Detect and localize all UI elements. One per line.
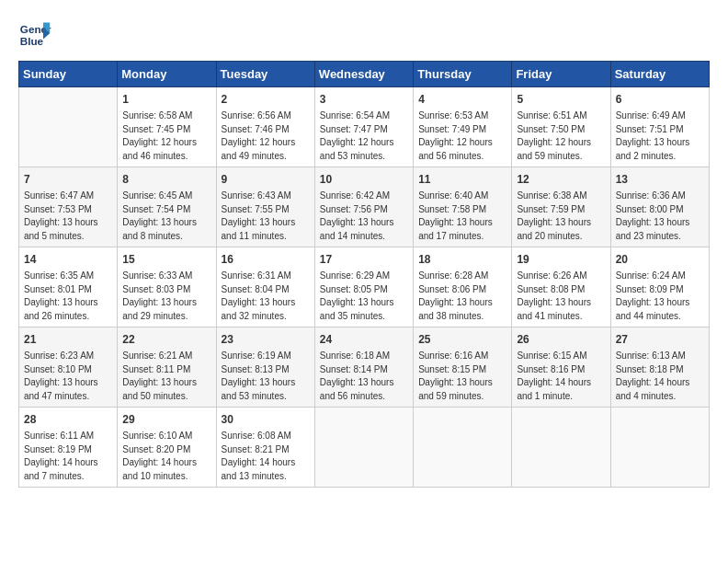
day-info: Sunrise: 6:36 AMSunset: 8:00 PMDaylight:…	[616, 190, 704, 243]
day-info: Sunrise: 6:21 AMSunset: 8:11 PMDaylight:…	[122, 350, 210, 403]
calendar-cell	[414, 408, 512, 488]
day-number: 5	[517, 91, 605, 108]
day-number: 23	[222, 331, 310, 348]
calendar-cell: 20Sunrise: 6:24 AMSunset: 8:09 PMDayligh…	[610, 247, 709, 327]
day-number: 12	[517, 171, 605, 188]
day-info: Sunrise: 6:08 AMSunset: 8:21 PMDaylight:…	[222, 430, 310, 483]
calendar-cell: 27Sunrise: 6:13 AMSunset: 8:18 PMDayligh…	[610, 327, 709, 408]
calendar-cell: 17Sunrise: 6:29 AMSunset: 8:05 PMDayligh…	[314, 247, 413, 327]
calendar-cell: 12Sunrise: 6:38 AMSunset: 7:59 PMDayligh…	[512, 167, 610, 247]
day-info: Sunrise: 6:16 AMSunset: 8:15 PMDaylight:…	[418, 350, 506, 403]
calendar-cell: 14Sunrise: 6:35 AMSunset: 8:01 PMDayligh…	[19, 247, 118, 327]
calendar-cell: 26Sunrise: 6:15 AMSunset: 8:16 PMDayligh…	[512, 327, 610, 408]
calendar-cell: 3Sunrise: 6:54 AMSunset: 7:47 PMDaylight…	[314, 87, 413, 167]
day-info: Sunrise: 6:29 AMSunset: 8:05 PMDaylight:…	[320, 270, 408, 323]
day-info: Sunrise: 6:38 AMSunset: 7:59 PMDaylight:…	[517, 190, 605, 243]
day-number: 28	[24, 411, 112, 428]
calendar-header-row: SundayMondayTuesdayWednesdayThursdayFrid…	[19, 62, 710, 87]
calendar-cell: 24Sunrise: 6:18 AMSunset: 8:14 PMDayligh…	[314, 327, 413, 408]
day-info: Sunrise: 6:18 AMSunset: 8:14 PMDaylight:…	[320, 350, 408, 403]
day-info: Sunrise: 6:28 AMSunset: 8:06 PMDaylight:…	[418, 270, 506, 323]
calendar-week-row: 1Sunrise: 6:58 AMSunset: 7:45 PMDaylight…	[19, 87, 710, 167]
day-info: Sunrise: 6:35 AMSunset: 8:01 PMDaylight:…	[24, 270, 112, 323]
day-info: Sunrise: 6:23 AMSunset: 8:10 PMDaylight:…	[24, 350, 112, 403]
calendar-cell: 13Sunrise: 6:36 AMSunset: 8:00 PMDayligh…	[610, 167, 709, 247]
calendar-week-row: 14Sunrise: 6:35 AMSunset: 8:01 PMDayligh…	[19, 247, 710, 327]
day-number: 22	[122, 331, 210, 348]
day-number: 26	[517, 331, 605, 348]
day-number: 1	[122, 91, 210, 108]
day-number: 8	[122, 171, 210, 188]
calendar-cell: 30Sunrise: 6:08 AMSunset: 8:21 PMDayligh…	[216, 408, 314, 488]
day-info: Sunrise: 6:26 AMSunset: 8:08 PMDaylight:…	[517, 270, 605, 323]
calendar-week-row: 21Sunrise: 6:23 AMSunset: 8:10 PMDayligh…	[19, 327, 710, 408]
calendar-cell	[610, 408, 709, 488]
day-info: Sunrise: 6:19 AMSunset: 8:13 PMDaylight:…	[222, 350, 310, 403]
calendar-cell: 9Sunrise: 6:43 AMSunset: 7:55 PMDaylight…	[216, 167, 314, 247]
calendar-cell: 16Sunrise: 6:31 AMSunset: 8:04 PMDayligh…	[216, 247, 314, 327]
calendar-cell: 19Sunrise: 6:26 AMSunset: 8:08 PMDayligh…	[512, 247, 610, 327]
svg-text:Blue: Blue	[20, 35, 44, 47]
calendar-cell: 7Sunrise: 6:47 AMSunset: 7:53 PMDaylight…	[19, 167, 118, 247]
day-info: Sunrise: 6:47 AMSunset: 7:53 PMDaylight:…	[24, 190, 112, 243]
day-number: 7	[24, 171, 112, 188]
column-header-saturday: Saturday	[610, 62, 709, 87]
day-number: 4	[418, 91, 506, 108]
calendar-cell: 25Sunrise: 6:16 AMSunset: 8:15 PMDayligh…	[414, 327, 512, 408]
column-header-sunday: Sunday	[19, 62, 118, 87]
day-number: 11	[418, 171, 506, 188]
day-info: Sunrise: 6:56 AMSunset: 7:46 PMDaylight:…	[222, 109, 310, 163]
day-number: 9	[222, 171, 310, 188]
day-number: 16	[222, 251, 310, 268]
calendar-cell: 28Sunrise: 6:11 AMSunset: 8:19 PMDayligh…	[19, 408, 118, 488]
logo-icon: General Blue	[18, 18, 51, 52]
column-header-tuesday: Tuesday	[216, 62, 314, 87]
calendar-cell: 18Sunrise: 6:28 AMSunset: 8:06 PMDayligh…	[414, 247, 512, 327]
calendar-cell: 23Sunrise: 6:19 AMSunset: 8:13 PMDayligh…	[216, 327, 314, 408]
calendar-cell	[314, 408, 413, 488]
day-info: Sunrise: 6:31 AMSunset: 8:04 PMDaylight:…	[222, 270, 310, 323]
day-info: Sunrise: 6:13 AMSunset: 8:18 PMDaylight:…	[616, 350, 704, 403]
calendar-week-row: 7Sunrise: 6:47 AMSunset: 7:53 PMDaylight…	[19, 167, 710, 247]
calendar-cell: 5Sunrise: 6:51 AMSunset: 7:50 PMDaylight…	[512, 87, 610, 167]
day-info: Sunrise: 6:45 AMSunset: 7:54 PMDaylight:…	[122, 190, 210, 243]
column-header-thursday: Thursday	[414, 62, 512, 87]
day-number: 20	[616, 251, 704, 268]
column-header-wednesday: Wednesday	[314, 62, 413, 87]
calendar-cell: 1Sunrise: 6:58 AMSunset: 7:45 PMDaylight…	[118, 87, 216, 167]
calendar-cell: 10Sunrise: 6:42 AMSunset: 7:56 PMDayligh…	[314, 167, 413, 247]
day-number: 14	[24, 251, 112, 268]
day-info: Sunrise: 6:40 AMSunset: 7:58 PMDaylight:…	[418, 190, 506, 243]
day-info: Sunrise: 6:43 AMSunset: 7:55 PMDaylight:…	[222, 190, 310, 243]
day-info: Sunrise: 6:11 AMSunset: 8:19 PMDaylight:…	[24, 430, 112, 483]
calendar-cell: 22Sunrise: 6:21 AMSunset: 8:11 PMDayligh…	[118, 327, 216, 408]
day-number: 27	[616, 331, 704, 348]
day-number: 24	[320, 331, 408, 348]
day-number: 10	[320, 171, 408, 188]
day-info: Sunrise: 6:51 AMSunset: 7:50 PMDaylight:…	[517, 109, 605, 163]
day-number: 19	[517, 251, 605, 268]
calendar-cell	[512, 408, 610, 488]
day-info: Sunrise: 6:24 AMSunset: 8:09 PMDaylight:…	[616, 270, 704, 323]
day-number: 29	[122, 411, 210, 428]
calendar-cell: 29Sunrise: 6:10 AMSunset: 8:20 PMDayligh…	[118, 408, 216, 488]
calendar-cell: 6Sunrise: 6:49 AMSunset: 7:51 PMDaylight…	[610, 87, 709, 167]
day-info: Sunrise: 6:49 AMSunset: 7:51 PMDaylight:…	[616, 109, 704, 163]
day-number: 3	[320, 91, 408, 108]
day-number: 13	[616, 171, 704, 188]
column-header-friday: Friday	[512, 62, 610, 87]
calendar-table: SundayMondayTuesdayWednesdayThursdayFrid…	[18, 61, 710, 488]
calendar-week-row: 28Sunrise: 6:11 AMSunset: 8:19 PMDayligh…	[19, 408, 710, 488]
calendar-cell: 21Sunrise: 6:23 AMSunset: 8:10 PMDayligh…	[19, 327, 118, 408]
day-number: 21	[24, 331, 112, 348]
day-number: 30	[222, 411, 310, 428]
calendar-cell: 2Sunrise: 6:56 AMSunset: 7:46 PMDaylight…	[216, 87, 314, 167]
day-info: Sunrise: 6:58 AMSunset: 7:45 PMDaylight:…	[122, 109, 210, 163]
page-header: General Blue	[18, 18, 710, 52]
day-info: Sunrise: 6:10 AMSunset: 8:20 PMDaylight:…	[122, 430, 210, 483]
day-info: Sunrise: 6:54 AMSunset: 7:47 PMDaylight:…	[320, 109, 408, 163]
day-number: 6	[616, 91, 704, 108]
column-header-monday: Monday	[118, 62, 216, 87]
calendar-cell: 4Sunrise: 6:53 AMSunset: 7:49 PMDaylight…	[414, 87, 512, 167]
day-number: 2	[222, 91, 310, 108]
